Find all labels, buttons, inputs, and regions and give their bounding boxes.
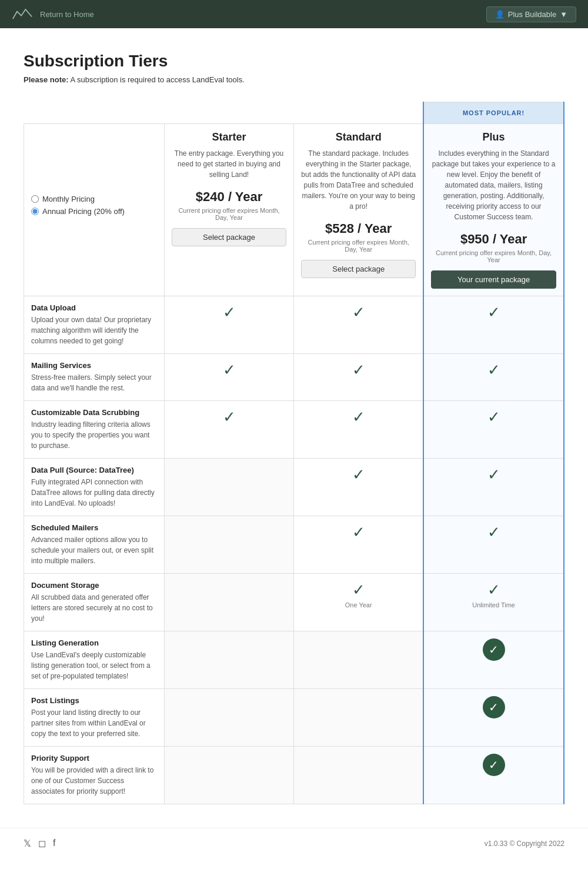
standard-feature-cell-2: ✓ xyxy=(294,401,423,459)
standard-header-cell: Standard The standard package. Includes … xyxy=(294,124,423,296)
standard-plan-desc: The standard package. Includes everythin… xyxy=(301,148,416,212)
plus-check-1: ✓ xyxy=(487,361,500,379)
plus-check-0: ✓ xyxy=(487,303,500,321)
standard-check-5: ✓ xyxy=(352,581,365,599)
plus-check-3: ✓ xyxy=(487,466,500,483)
plus-plan-name: Plus xyxy=(431,131,556,143)
feature-desc-cell-1: Mailing ServicesStress-free mailers. Sim… xyxy=(24,354,165,401)
standard-feature-cell-1: ✓ xyxy=(294,354,423,401)
annual-radio[interactable] xyxy=(31,208,39,215)
standard-feature-cell-0: ✓ xyxy=(294,296,423,354)
feature-row-4: Scheduled MailersAdvanced mailer options… xyxy=(24,516,564,574)
plus-check-5: ✓ xyxy=(487,581,500,599)
plus-feature-cell-5: ✓Unlimited Time xyxy=(423,574,564,631)
return-home-link[interactable]: Return to Home xyxy=(40,10,94,19)
plus-check-circle-8: ✓ xyxy=(483,754,505,776)
feature-row-7: Post ListingsPost your land listing dire… xyxy=(24,689,564,747)
standard-check-4: ✓ xyxy=(352,523,365,541)
plus-feature-cell-6: ✓ xyxy=(423,631,564,689)
feature-row-5: Document StorageAll scrubbed data and ge… xyxy=(24,574,564,631)
monthly-pricing-label[interactable]: Monthly Pricing xyxy=(31,195,157,203)
feature-name-1: Mailing Services xyxy=(31,361,157,370)
navbar: Return to Home 👤 Plus Buildable ▼ xyxy=(0,0,588,28)
feature-desc-cell-2: Customizable Data ScrubbingIndustry lead… xyxy=(24,401,165,459)
feature-desc-cell-3: Data Pull (Source: DataTree)Fully integr… xyxy=(24,459,165,516)
plus-feature-cell-2: ✓ xyxy=(423,401,564,459)
chevron-down-icon: ▼ xyxy=(560,10,567,19)
starter-feature-cell-8 xyxy=(164,747,293,804)
feature-name-2: Customizable Data Scrubbing xyxy=(31,408,157,417)
standard-plan-expires: Current pricing offer expires Month, Day… xyxy=(301,239,416,253)
standard-select-button[interactable]: Select package xyxy=(301,260,416,278)
page-note-text: A subscription is required to access Lan… xyxy=(69,75,245,84)
starter-plan-name: Starter xyxy=(172,131,286,143)
starter-feature-cell-3 xyxy=(164,459,293,516)
starter-feature-cell-7 xyxy=(164,689,293,747)
starter-plan-desc: The entry package. Everything you need t… xyxy=(172,148,286,180)
feature-desc-cell-4: Scheduled MailersAdvanced mailer options… xyxy=(24,516,165,574)
page-note: Please note: A subscription is required … xyxy=(24,75,564,84)
starter-select-button[interactable]: Select package xyxy=(172,228,286,246)
standard-feature-cell-5: ✓One Year xyxy=(294,574,423,631)
feature-name-0: Data Upload xyxy=(31,303,157,312)
plus-feature-cell-0: ✓ xyxy=(423,296,564,354)
starter-feature-cell-2: ✓ xyxy=(164,401,293,459)
user-icon: 👤 xyxy=(495,10,505,19)
feature-desc-7: Post your land listing directly to our p… xyxy=(31,707,157,739)
feature-row-2: Customizable Data ScrubbingIndustry lead… xyxy=(24,401,564,459)
plus-plan-price: $950 / Year xyxy=(431,232,556,247)
plus-header-cell: Plus Includes everything in the Standard… xyxy=(423,124,564,296)
starter-plan-price: $240 / Year xyxy=(172,189,286,205)
pricing-table: MOST POPULAR! Monthly Pricing Annual Pri… xyxy=(24,102,564,804)
feature-desc-0: Upload your own data! Our proprietary ma… xyxy=(31,315,157,346)
starter-feature-cell-0: ✓ xyxy=(164,296,293,354)
starter-header-cell: Starter The entry package. Everything yo… xyxy=(164,124,293,296)
monthly-radio[interactable] xyxy=(31,195,39,203)
monthly-label: Monthly Pricing xyxy=(42,195,95,203)
standard-check-0: ✓ xyxy=(352,303,365,321)
plus-feature-cell-7: ✓ xyxy=(423,689,564,747)
feature-desc-3: Fully integrated API connection with Dat… xyxy=(31,477,157,509)
user-menu-button[interactable]: 👤 Plus Buildable ▼ xyxy=(486,6,576,22)
feature-desc-1: Stress-free mailers. Simply select your … xyxy=(31,372,157,393)
standard-feature-cell-6 xyxy=(294,631,423,689)
feature-name-7: Post Listings xyxy=(31,696,157,705)
starter-check-2: ✓ xyxy=(223,408,236,426)
plan-header-row: Monthly Pricing Annual Pricing (20% off)… xyxy=(24,124,564,296)
main-content: Subscription Tiers Please note: A subscr… xyxy=(0,28,588,816)
starter-feature-cell-6 xyxy=(164,631,293,689)
navbar-left: Return to Home xyxy=(12,6,94,22)
facebook-icon[interactable]: f xyxy=(53,838,55,849)
instagram-icon[interactable]: ◻ xyxy=(38,838,46,849)
user-label: Plus Buildable xyxy=(508,10,556,19)
standard-plan-price: $528 / Year xyxy=(301,221,416,236)
feature-row-1: Mailing ServicesStress-free mailers. Sim… xyxy=(24,354,564,401)
standard-feature-cell-4: ✓ xyxy=(294,516,423,574)
standard-feature-cell-7 xyxy=(294,689,423,747)
footer-copyright: v1.0.33 © Copyright 2022 xyxy=(485,840,564,848)
standard-check-1: ✓ xyxy=(352,361,365,379)
plus-current-button[interactable]: Your current package xyxy=(431,270,556,289)
feature-desc-4: Advanced mailer options allow you to sch… xyxy=(31,534,157,566)
twitter-icon[interactable]: 𝕏 xyxy=(24,838,31,849)
most-popular-row: MOST POPULAR! xyxy=(24,102,564,124)
feature-name-5: Document Storage xyxy=(31,581,157,590)
features-tbody: Data UploadUpload your own data! Our pro… xyxy=(24,296,564,804)
feature-row-0: Data UploadUpload your own data! Our pro… xyxy=(24,296,564,354)
plus-check-4: ✓ xyxy=(487,523,500,541)
pricing-options-cell: Monthly Pricing Annual Pricing (20% off) xyxy=(24,124,165,296)
feature-row-3: Data Pull (Source: DataTree)Fully integr… xyxy=(24,459,564,516)
feature-row-8: Priority SupportYou will be provided wit… xyxy=(24,747,564,804)
logo-icon xyxy=(12,6,33,22)
starter-check-0: ✓ xyxy=(223,303,236,321)
standard-feature-cell-8 xyxy=(294,747,423,804)
plus-feature-cell-1: ✓ xyxy=(423,354,564,401)
plus-feature-cell-3: ✓ xyxy=(423,459,564,516)
annual-pricing-label[interactable]: Annual Pricing (20% off) xyxy=(31,207,157,216)
starter-feature-cell-1: ✓ xyxy=(164,354,293,401)
feature-desc-cell-6: Listing GenerationUse LandEval's deeply … xyxy=(24,631,165,689)
annual-label: Annual Pricing (20% off) xyxy=(42,207,125,216)
feature-desc-5: All scrubbed data and generated offer le… xyxy=(31,592,157,624)
footer: 𝕏 ◻ f v1.0.33 © Copyright 2022 xyxy=(0,828,588,858)
standard-check-2: ✓ xyxy=(352,408,365,426)
